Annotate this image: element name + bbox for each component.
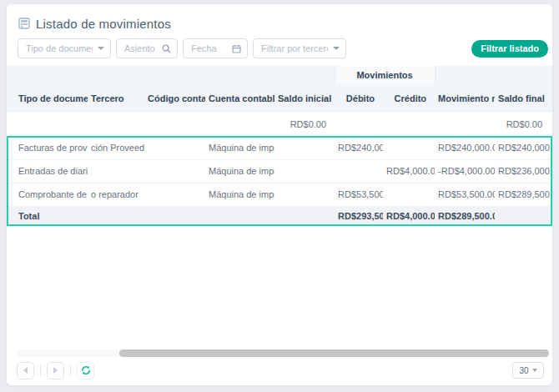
asiento-placeholder: Asiento (124, 43, 155, 53)
chevron-down-icon (532, 369, 537, 372)
movements-table-wrap: Movimientos Tipo de documento Tercero Có… (7, 66, 552, 225)
fecha-placeholder: Fecha (191, 43, 217, 53)
initial-saldo-inicial: RD$0.00 (274, 113, 335, 136)
initial-balance-row[interactable]: RD$0.00 RD$0.00 (7, 113, 552, 136)
col-cuenta-contable[interactable]: Cuenta contable (205, 84, 274, 113)
calculator-icon (18, 18, 30, 29)
table-row[interactable]: Comprobante de egreso o reparador Máquin… (7, 183, 552, 206)
tercero-placeholder: Filtrar por tercero (261, 43, 328, 53)
movimientos-group-header: Movimientos (335, 66, 435, 84)
column-header-row: Tipo de documento Tercero Código contabl… (7, 84, 552, 113)
card-header: Listado de movimientos (7, 4, 552, 32)
total-saldo-final (495, 206, 552, 225)
col-debito[interactable]: Débito (335, 84, 383, 113)
empty-area (7, 225, 552, 349)
document-type-filter[interactable]: Tipo de documento (18, 38, 111, 58)
refresh-button[interactable] (77, 362, 94, 379)
total-credito: RD$4,000.00 (383, 206, 435, 225)
total-neto: RD$289,500.00 (435, 206, 495, 225)
total-debito: RD$293,500.00 (335, 206, 383, 225)
refresh-icon (81, 365, 91, 375)
table-row[interactable]: Facturas de proveedor ción Proveedores M… (7, 136, 552, 159)
filter-list-button[interactable]: Filtrar listado (471, 40, 548, 58)
filters-bar: Tipo de documento Asiento Fecha Filtrar … (7, 38, 552, 59)
divider (40, 364, 41, 377)
chevron-down-icon (333, 47, 340, 50)
page-size-select[interactable]: 30 (512, 362, 544, 379)
total-label: Total (7, 206, 88, 225)
table-row[interactable]: Entradas de diario Máquina de impresión … (7, 159, 552, 183)
chevron-left-icon (23, 367, 28, 374)
movements-table: Movimientos Tipo de documento Tercero Có… (7, 66, 552, 225)
prev-page-button[interactable] (17, 362, 34, 379)
col-tercero[interactable]: Tercero (88, 84, 144, 113)
col-saldo-inicial[interactable]: Saldo inicial (274, 84, 335, 113)
divider (70, 364, 71, 377)
document-type-placeholder: Tipo de documento (26, 43, 93, 53)
chevron-right-icon (53, 367, 58, 374)
group-spacer-left (7, 66, 335, 84)
fecha-filter[interactable]: Fecha (183, 38, 248, 58)
horizontal-scrollbar-track[interactable] (17, 349, 549, 357)
group-spacer-right (435, 66, 552, 84)
page-size-value: 30 (519, 366, 528, 375)
tercero-filter[interactable]: Filtrar por tercero (253, 38, 346, 58)
pagination-bar: 30 (7, 360, 552, 385)
initial-saldo-final: RD$0.00 (495, 113, 552, 136)
col-saldo-final[interactable]: Saldo final (495, 84, 552, 113)
search-icon (162, 44, 171, 53)
pagination-controls (17, 362, 94, 379)
chevron-down-icon (98, 47, 104, 50)
col-movimiento-neto[interactable]: Movimiento neto (435, 84, 495, 113)
col-tipo-documento[interactable]: Tipo de documento (7, 84, 88, 113)
page-background: Listado de movimientos Tipo de documento… (0, 0, 559, 392)
total-row: Total RD$293,500.00 RD$4,000.00 RD$289,5… (7, 206, 552, 225)
group-header-row: Movimientos (7, 66, 552, 84)
horizontal-scrollbar-thumb[interactable] (119, 349, 549, 357)
next-page-button[interactable] (47, 362, 64, 379)
col-credito[interactable]: Crédito (383, 84, 435, 113)
calendar-icon (232, 44, 241, 53)
col-codigo-contable[interactable]: Código contable (144, 84, 205, 113)
movements-card: Listado de movimientos Tipo de documento… (7, 4, 552, 385)
page-title: Listado de movimientos (36, 17, 171, 31)
asiento-filter[interactable]: Asiento (116, 38, 178, 58)
